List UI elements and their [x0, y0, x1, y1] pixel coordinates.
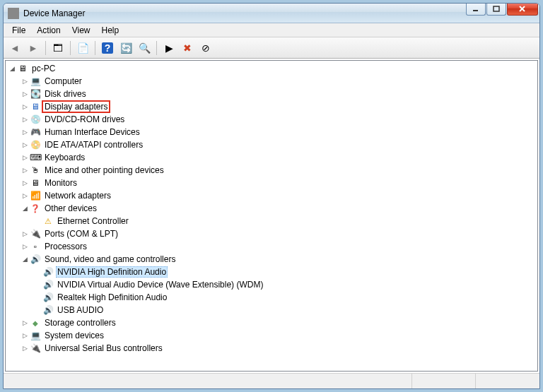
tree-pane[interactable]: ◢ pc-PC ▷Computer ▷Disk drives ▷Display … [5, 60, 538, 372]
expand-icon[interactable]: ▷ [20, 114, 30, 124]
update-driver-button[interactable]: 🔄 [117, 40, 134, 57]
disable-button[interactable]: ⊘ [197, 40, 214, 57]
tree-node-realtek[interactable]: Realtek High Definition Audio [33, 291, 536, 304]
processor-icon [30, 241, 41, 252]
tree-node-disk-drives[interactable]: ▷Disk drives [20, 88, 536, 100]
minimize-button[interactable] [466, 3, 486, 16]
expand-icon[interactable]: ▷ [20, 318, 30, 328]
toolbar-separator [45, 41, 46, 55]
enable-icon: ▶ [165, 42, 173, 54]
expand-icon[interactable]: ▷ [20, 242, 30, 251]
expand-icon[interactable]: ▷ [20, 102, 30, 112]
maximize-button[interactable] [486, 3, 506, 16]
uninstall-button[interactable]: ✖ [179, 40, 196, 57]
tree-node-ports[interactable]: ▷Ports (COM & LPT) [20, 227, 536, 240]
tree-node-nvidia-wdm[interactable]: NVIDIA Virtual Audio Device (Wave Extens… [33, 278, 536, 291]
monitor-icon [30, 177, 41, 189]
sound-device-icon [42, 266, 54, 278]
tree-node-storage[interactable]: ▷Storage controllers [20, 316, 536, 329]
toolbar: ◄ ► 🗔 📄 ? 🔄 🔍 ▶ ✖ ⊘ [4, 37, 539, 59]
collapse-icon[interactable]: ◢ [7, 64, 17, 73]
status-pane-2 [476, 374, 539, 388]
ide-icon [30, 139, 41, 150]
scan-hardware-button[interactable]: 🔍 [136, 40, 153, 57]
forward-button[interactable]: ► [25, 40, 42, 57]
tree-node-usb-audio[interactable]: USB AUDIO [33, 304, 536, 316]
system-icon [30, 330, 41, 341]
console-tree-icon: 🗔 [53, 42, 63, 54]
sound-device-icon [42, 292, 54, 303]
dvd-icon [30, 114, 41, 125]
tree-node-network[interactable]: ▷Network adapters [20, 189, 536, 202]
expand-icon[interactable]: ▷ [20, 89, 30, 99]
expand-icon[interactable]: ▷ [20, 153, 30, 162]
tree-node-nvidia-hd-audio[interactable]: NVIDIA High Definition Audio [33, 266, 536, 278]
back-button[interactable]: ◄ [6, 40, 23, 57]
tree-node-other-devices[interactable]: ◢Other devices [20, 202, 536, 215]
tree-node-ide[interactable]: ▷IDE ATA/ATAPI controllers [20, 138, 536, 151]
storage-icon [30, 317, 41, 328]
tree-node-monitors[interactable]: ▷Monitors [20, 177, 536, 189]
help-button[interactable]: ? [99, 40, 116, 57]
computer-icon [30, 76, 41, 87]
menu-file[interactable]: File [6, 24, 31, 37]
tree-node-usb[interactable]: ▷Universal Serial Bus controllers [20, 342, 536, 355]
tree-node-dvd[interactable]: ▷DVD/CD-ROM drives [20, 113, 536, 126]
tree-root-label[interactable]: pc-PC [30, 64, 57, 73]
tree-node-ethernet[interactable]: Ethernet Controller [33, 215, 536, 227]
device-manager-window: Device Manager File Action View Help ◄ ►… [3, 3, 540, 389]
keyboard-icon [30, 152, 41, 163]
expand-icon[interactable]: ▷ [20, 127, 30, 137]
show-hide-console-button[interactable]: 🗔 [49, 40, 66, 57]
toolbar-separator [156, 41, 157, 55]
properties-button[interactable]: 📄 [74, 40, 91, 57]
display-icon [30, 101, 41, 112]
collapse-icon[interactable]: ◢ [20, 254, 30, 264]
tree-node-processors[interactable]: ▷Processors [20, 240, 536, 253]
collapse-icon[interactable]: ◢ [20, 203, 30, 213]
disable-icon: ⊘ [202, 42, 210, 54]
menu-action[interactable]: Action [31, 24, 66, 37]
sound-device-icon [42, 304, 54, 316]
usb-icon [30, 343, 41, 354]
tree-node-display-adapters[interactable]: ▷Display adapters [20, 100, 536, 113]
expand-icon[interactable]: ▷ [20, 191, 30, 201]
tree-node-sound[interactable]: ◢Sound, video and game controllers [20, 253, 536, 266]
menu-view[interactable]: View [66, 24, 96, 37]
expand-icon[interactable]: ▷ [20, 140, 30, 150]
network-icon [30, 190, 41, 201]
tree-root[interactable]: ◢ pc-PC [7, 62, 536, 75]
computer-root-icon [17, 63, 28, 74]
update-icon: 🔄 [120, 42, 132, 54]
menu-help[interactable]: Help [96, 24, 125, 37]
expand-icon[interactable]: ▷ [20, 229, 30, 239]
svg-rect-1 [494, 6, 499, 11]
expand-icon[interactable]: ▷ [20, 178, 30, 188]
enable-button[interactable]: ▶ [160, 40, 177, 57]
scan-icon: 🔍 [139, 42, 151, 54]
expand-icon[interactable]: ▷ [20, 343, 30, 353]
disk-icon [30, 88, 41, 100]
sound-device-icon [42, 279, 54, 290]
status-pane-main [4, 374, 412, 388]
port-icon [30, 228, 41, 239]
arrow-left-icon: ◄ [10, 42, 20, 54]
tree-node-system[interactable]: ▷System devices [20, 329, 536, 342]
properties-icon: 📄 [77, 42, 89, 54]
expand-icon[interactable]: ▷ [20, 331, 30, 340]
tree-node-mice[interactable]: ▷Mice and other pointing devices [20, 164, 536, 177]
statusbar [4, 373, 539, 388]
hid-icon [30, 126, 41, 138]
toolbar-separator [95, 41, 95, 55]
tree-node-keyboards[interactable]: ▷Keyboards [20, 151, 536, 164]
expand-icon[interactable]: ▷ [20, 165, 30, 175]
close-button[interactable] [507, 3, 538, 16]
tree-node-hid[interactable]: ▷Human Interface Devices [20, 126, 536, 138]
menubar: File Action View Help [4, 23, 539, 37]
titlebar[interactable]: Device Manager [4, 4, 539, 23]
status-pane-1 [412, 374, 476, 388]
expand-icon[interactable]: ▷ [20, 76, 30, 86]
tree-node-computer[interactable]: ▷Computer [20, 75, 536, 88]
sound-icon [30, 254, 41, 265]
toolbar-separator [70, 41, 71, 55]
